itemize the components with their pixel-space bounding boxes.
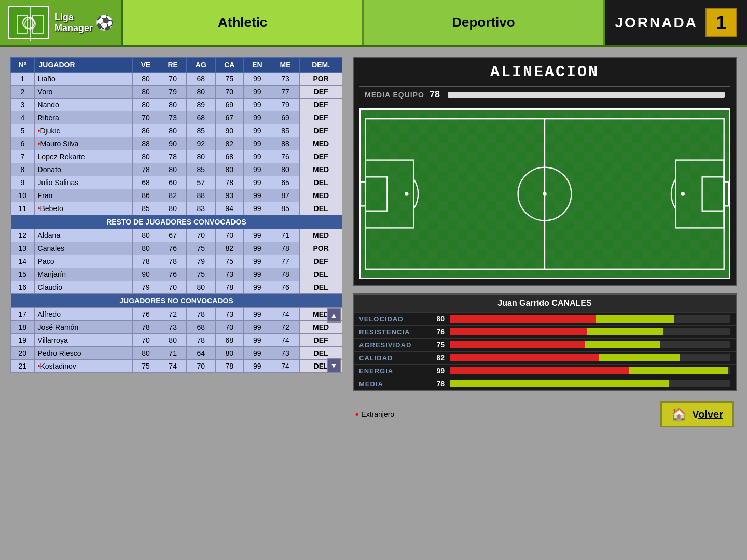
stat-row: ENERGIA 99 [354, 364, 736, 377]
svg-point-17 [681, 192, 685, 195]
player-ca: 90 [215, 124, 243, 137]
stat-row: CALIDAD 82 [354, 351, 736, 364]
player-ca: 78 [215, 281, 243, 294]
player-re: 60 [159, 176, 187, 189]
player-name: •Bebeto [34, 202, 132, 215]
player-ca: 70 [215, 86, 243, 99]
table-row[interactable]: 17 Alfredo 76 72 78 73 99 74 MED [11, 308, 342, 321]
volver-button[interactable]: 🏠 Volver [660, 401, 734, 427]
table-row[interactable]: 10 Fran 86 82 88 93 99 87 MED [11, 189, 342, 202]
logo-area: Liga Manager ⚽ [0, 0, 123, 45]
player-en: 99 [243, 99, 271, 111]
player-me: 85 [271, 124, 300, 137]
player-name: Ribera [34, 111, 132, 124]
player-ve: 78 [132, 321, 159, 334]
table-row[interactable]: 4 Ribera 70 73 68 67 99 69 DEF [11, 111, 342, 124]
player-me: 74 [271, 308, 300, 321]
player-ag: 75 [187, 242, 216, 255]
col-ag: AG [187, 58, 216, 73]
player-me: 76 [271, 281, 300, 294]
table-row[interactable]: 13 Canales 80 76 75 82 99 78 POR [11, 242, 342, 255]
player-en: 99 [243, 229, 271, 242]
stat-value: 76 [426, 328, 445, 336]
svg-rect-2 [33, 15, 43, 33]
player-re: 78 [159, 255, 187, 268]
player-num: 3 [11, 99, 35, 111]
stat-label: RESISTENCIA [359, 328, 426, 336]
player-name: Aldana [34, 229, 132, 242]
player-pos: DEL [300, 268, 342, 281]
table-row[interactable]: 7 Lopez Rekarte 80 78 80 68 99 76 DEF [11, 150, 342, 163]
table-row[interactable]: 18 José Ramón 78 73 68 70 99 72 MED [11, 321, 342, 334]
player-ve: 70 [132, 111, 159, 124]
player-en: 99 [243, 124, 271, 137]
player-re: 82 [159, 189, 187, 202]
player-ag: 78 [187, 334, 216, 347]
col-num: Nº [11, 58, 35, 73]
table-row[interactable]: 21 •Kostadinov 75 74 70 78 99 74 DEL [11, 360, 342, 373]
player-ca: 82 [215, 242, 243, 255]
player-me: 73 [271, 73, 300, 86]
table-row[interactable]: 19 Villarroya 70 80 78 68 99 74 DEF [11, 334, 342, 347]
stat-row: RESISTENCIA 76 [354, 325, 736, 338]
scroll-up-button[interactable]: ▲ [327, 308, 341, 323]
team2-tab[interactable]: Deportivo [364, 0, 604, 45]
left-panel: Nº JUGADOR VE RE AG CA EN ME DEM. 1 Liañ… [10, 57, 342, 550]
player-me: 72 [271, 321, 300, 334]
media-label: MEDIA EQUIPO [365, 91, 424, 99]
player-re: 80 [159, 334, 187, 347]
player-en: 99 [243, 150, 271, 163]
player-en: 99 [243, 308, 271, 321]
stat-value: 99 [426, 367, 445, 375]
team1-tab[interactable]: Athletic [123, 0, 364, 45]
table-row[interactable]: 2 Voro 80 79 80 70 99 77 DEF [11, 86, 342, 99]
player-pos: MED [300, 229, 342, 242]
player-ca: 80 [215, 163, 243, 176]
player-ca: 70 [215, 229, 243, 242]
jornada-number: 1 [706, 8, 737, 37]
table-row[interactable]: 3 Nando 80 80 89 69 99 79 DEF [11, 99, 342, 111]
player-ag: 57 [187, 176, 216, 189]
table-row[interactable]: 5 •Djukic 86 80 85 90 99 85 DEF [11, 124, 342, 137]
player-en: 99 [243, 242, 271, 255]
player-ag: 80 [187, 281, 216, 294]
player-en: 99 [243, 163, 271, 176]
player-ag: 70 [187, 229, 216, 242]
table-row[interactable]: 14 Paco 78 78 79 75 99 77 DEF [11, 255, 342, 268]
table-row[interactable]: 9 Julio Salinas 68 60 57 78 99 65 DEL [11, 176, 342, 189]
player-ag: 92 [187, 137, 216, 150]
table-row[interactable]: 8 Donato 78 80 85 80 99 80 MED [11, 163, 342, 176]
player-num: 7 [11, 150, 35, 163]
col-re: RE [159, 58, 187, 73]
table-row[interactable]: 6 •Mauro Silva 88 90 92 82 99 88 MED [11, 137, 342, 150]
stat-label: MEDIA [359, 380, 426, 388]
player-ve: 80 [132, 73, 159, 86]
table-row[interactable]: 15 Manjarín 90 76 75 73 99 78 DEL [11, 268, 342, 281]
player-name: Liaño [34, 73, 132, 86]
player-en: 99 [243, 111, 271, 124]
player-name: Canales [34, 242, 132, 255]
player-re: 73 [159, 321, 187, 334]
player-name: Donato [34, 163, 132, 176]
player-pos: DEF [300, 334, 342, 347]
scroll-down-button[interactable]: ▼ [327, 358, 341, 373]
player-num: 6 [11, 137, 35, 150]
table-row[interactable]: 20 Pedro Riesco 80 71 64 80 99 73 DEL [11, 347, 342, 360]
stat-bar [450, 354, 730, 361]
player-ve: 68 [132, 176, 159, 189]
player-name: Paco [34, 255, 132, 268]
player-re: 67 [159, 229, 187, 242]
player-num: 10 [11, 189, 35, 202]
player-ca: 82 [215, 137, 243, 150]
player-ca: 93 [215, 189, 243, 202]
table-row[interactable]: 11 •Bebeto 85 80 83 94 99 85 DEL [11, 202, 342, 215]
table-row[interactable]: 1 Liaño 80 70 68 75 99 73 POR [11, 73, 342, 86]
table-row[interactable]: 12 Aldana 80 67 70 70 99 71 MED [11, 229, 342, 242]
player-name: Nando [34, 99, 132, 111]
player-ag: 83 [187, 202, 216, 215]
logo-line1: Liga [54, 12, 93, 23]
player-ag: 88 [187, 189, 216, 202]
table-row[interactable]: 16 Claudio 79 70 80 78 99 76 DEL [11, 281, 342, 294]
player-pos: POR [300, 242, 342, 255]
col-ca: CA [215, 58, 243, 73]
